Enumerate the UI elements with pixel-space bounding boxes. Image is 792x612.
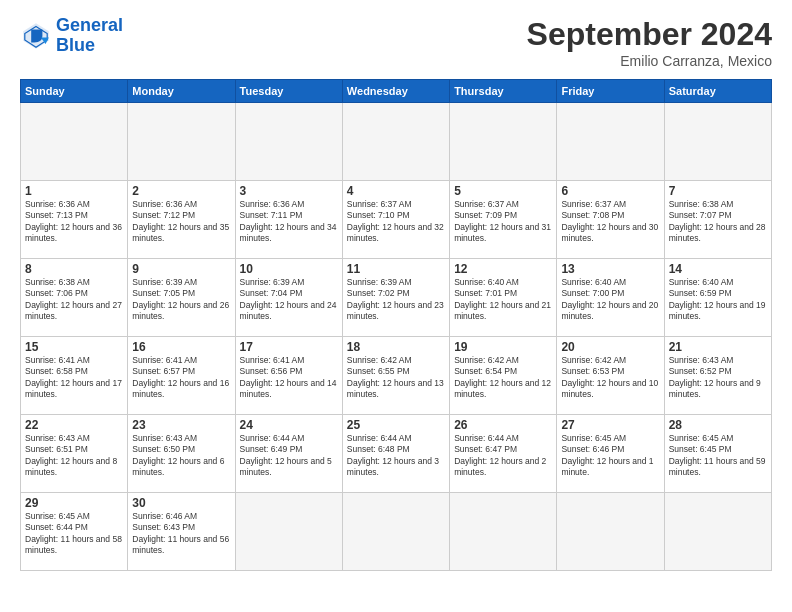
- table-row: 19Sunrise: 6:42 AMSunset: 6:54 PMDayligh…: [450, 337, 557, 415]
- month-title: September 2024: [527, 16, 772, 53]
- col-sunday: Sunday: [21, 80, 128, 103]
- day-info: Sunrise: 6:45 AMSunset: 6:45 PMDaylight:…: [669, 433, 767, 479]
- day-number: 14: [669, 262, 767, 276]
- table-row: [664, 103, 771, 181]
- table-row: 2Sunrise: 6:36 AMSunset: 7:12 PMDaylight…: [128, 181, 235, 259]
- day-number: 29: [25, 496, 123, 510]
- table-row: 27Sunrise: 6:45 AMSunset: 6:46 PMDayligh…: [557, 415, 664, 493]
- table-row: [235, 493, 342, 571]
- table-row: 5Sunrise: 6:37 AMSunset: 7:09 PMDaylight…: [450, 181, 557, 259]
- day-info: Sunrise: 6:38 AMSunset: 7:06 PMDaylight:…: [25, 277, 123, 323]
- table-row: 10Sunrise: 6:39 AMSunset: 7:04 PMDayligh…: [235, 259, 342, 337]
- calendar-week-row: [21, 103, 772, 181]
- table-row: 22Sunrise: 6:43 AMSunset: 6:51 PMDayligh…: [21, 415, 128, 493]
- day-info: Sunrise: 6:42 AMSunset: 6:55 PMDaylight:…: [347, 355, 445, 401]
- table-row: [235, 103, 342, 181]
- table-row: 11Sunrise: 6:39 AMSunset: 7:02 PMDayligh…: [342, 259, 449, 337]
- day-number: 11: [347, 262, 445, 276]
- title-block: September 2024 Emilio Carranza, Mexico: [527, 16, 772, 69]
- day-number: 25: [347, 418, 445, 432]
- table-row: 13Sunrise: 6:40 AMSunset: 7:00 PMDayligh…: [557, 259, 664, 337]
- table-row: 24Sunrise: 6:44 AMSunset: 6:49 PMDayligh…: [235, 415, 342, 493]
- day-number: 23: [132, 418, 230, 432]
- col-tuesday: Tuesday: [235, 80, 342, 103]
- day-info: Sunrise: 6:39 AMSunset: 7:05 PMDaylight:…: [132, 277, 230, 323]
- day-info: Sunrise: 6:37 AMSunset: 7:09 PMDaylight:…: [454, 199, 552, 245]
- header: General Blue September 2024 Emilio Carra…: [20, 16, 772, 69]
- table-row: 23Sunrise: 6:43 AMSunset: 6:50 PMDayligh…: [128, 415, 235, 493]
- day-info: Sunrise: 6:42 AMSunset: 6:54 PMDaylight:…: [454, 355, 552, 401]
- table-row: [557, 103, 664, 181]
- logo-text: General Blue: [56, 16, 123, 56]
- day-info: Sunrise: 6:40 AMSunset: 7:00 PMDaylight:…: [561, 277, 659, 323]
- location-subtitle: Emilio Carranza, Mexico: [527, 53, 772, 69]
- day-number: 16: [132, 340, 230, 354]
- day-number: 18: [347, 340, 445, 354]
- table-row: 16Sunrise: 6:41 AMSunset: 6:57 PMDayligh…: [128, 337, 235, 415]
- day-number: 5: [454, 184, 552, 198]
- day-number: 26: [454, 418, 552, 432]
- table-row: 3Sunrise: 6:36 AMSunset: 7:11 PMDaylight…: [235, 181, 342, 259]
- table-row: [342, 493, 449, 571]
- day-number: 13: [561, 262, 659, 276]
- logo: General Blue: [20, 16, 123, 56]
- day-number: 27: [561, 418, 659, 432]
- day-number: 12: [454, 262, 552, 276]
- day-number: 21: [669, 340, 767, 354]
- day-info: Sunrise: 6:41 AMSunset: 6:57 PMDaylight:…: [132, 355, 230, 401]
- day-info: Sunrise: 6:45 AMSunset: 6:46 PMDaylight:…: [561, 433, 659, 479]
- table-row: 18Sunrise: 6:42 AMSunset: 6:55 PMDayligh…: [342, 337, 449, 415]
- table-row: [342, 103, 449, 181]
- table-row: 9Sunrise: 6:39 AMSunset: 7:05 PMDaylight…: [128, 259, 235, 337]
- day-info: Sunrise: 6:36 AMSunset: 7:13 PMDaylight:…: [25, 199, 123, 245]
- day-number: 7: [669, 184, 767, 198]
- logo-icon: [20, 20, 52, 52]
- day-number: 15: [25, 340, 123, 354]
- day-number: 6: [561, 184, 659, 198]
- day-info: Sunrise: 6:39 AMSunset: 7:04 PMDaylight:…: [240, 277, 338, 323]
- col-thursday: Thursday: [450, 80, 557, 103]
- day-info: Sunrise: 6:43 AMSunset: 6:51 PMDaylight:…: [25, 433, 123, 479]
- col-saturday: Saturday: [664, 80, 771, 103]
- table-row: [450, 493, 557, 571]
- table-row: [664, 493, 771, 571]
- table-row: 21Sunrise: 6:43 AMSunset: 6:52 PMDayligh…: [664, 337, 771, 415]
- day-number: 1: [25, 184, 123, 198]
- table-row: 6Sunrise: 6:37 AMSunset: 7:08 PMDaylight…: [557, 181, 664, 259]
- logo-line2: Blue: [56, 35, 95, 55]
- day-number: 9: [132, 262, 230, 276]
- calendar-week-row: 22Sunrise: 6:43 AMSunset: 6:51 PMDayligh…: [21, 415, 772, 493]
- day-number: 4: [347, 184, 445, 198]
- day-info: Sunrise: 6:44 AMSunset: 6:48 PMDaylight:…: [347, 433, 445, 479]
- table-row: 15Sunrise: 6:41 AMSunset: 6:58 PMDayligh…: [21, 337, 128, 415]
- calendar-week-row: 8Sunrise: 6:38 AMSunset: 7:06 PMDaylight…: [21, 259, 772, 337]
- col-monday: Monday: [128, 80, 235, 103]
- table-row: 30Sunrise: 6:46 AMSunset: 6:43 PMDayligh…: [128, 493, 235, 571]
- day-info: Sunrise: 6:43 AMSunset: 6:52 PMDaylight:…: [669, 355, 767, 401]
- day-info: Sunrise: 6:44 AMSunset: 6:47 PMDaylight:…: [454, 433, 552, 479]
- table-row: 14Sunrise: 6:40 AMSunset: 6:59 PMDayligh…: [664, 259, 771, 337]
- table-row: 12Sunrise: 6:40 AMSunset: 7:01 PMDayligh…: [450, 259, 557, 337]
- table-row: 26Sunrise: 6:44 AMSunset: 6:47 PMDayligh…: [450, 415, 557, 493]
- table-row: 17Sunrise: 6:41 AMSunset: 6:56 PMDayligh…: [235, 337, 342, 415]
- calendar-header-row: Sunday Monday Tuesday Wednesday Thursday…: [21, 80, 772, 103]
- col-wednesday: Wednesday: [342, 80, 449, 103]
- day-number: 17: [240, 340, 338, 354]
- table-row: [450, 103, 557, 181]
- day-number: 20: [561, 340, 659, 354]
- day-info: Sunrise: 6:41 AMSunset: 6:56 PMDaylight:…: [240, 355, 338, 401]
- day-info: Sunrise: 6:38 AMSunset: 7:07 PMDaylight:…: [669, 199, 767, 245]
- calendar-week-row: 1Sunrise: 6:36 AMSunset: 7:13 PMDaylight…: [21, 181, 772, 259]
- day-info: Sunrise: 6:44 AMSunset: 6:49 PMDaylight:…: [240, 433, 338, 479]
- calendar-table: Sunday Monday Tuesday Wednesday Thursday…: [20, 79, 772, 571]
- day-info: Sunrise: 6:42 AMSunset: 6:53 PMDaylight:…: [561, 355, 659, 401]
- day-number: 2: [132, 184, 230, 198]
- day-info: Sunrise: 6:36 AMSunset: 7:11 PMDaylight:…: [240, 199, 338, 245]
- table-row: 1Sunrise: 6:36 AMSunset: 7:13 PMDaylight…: [21, 181, 128, 259]
- day-info: Sunrise: 6:46 AMSunset: 6:43 PMDaylight:…: [132, 511, 230, 557]
- table-row: [21, 103, 128, 181]
- table-row: 28Sunrise: 6:45 AMSunset: 6:45 PMDayligh…: [664, 415, 771, 493]
- table-row: 29Sunrise: 6:45 AMSunset: 6:44 PMDayligh…: [21, 493, 128, 571]
- day-info: Sunrise: 6:43 AMSunset: 6:50 PMDaylight:…: [132, 433, 230, 479]
- day-info: Sunrise: 6:37 AMSunset: 7:10 PMDaylight:…: [347, 199, 445, 245]
